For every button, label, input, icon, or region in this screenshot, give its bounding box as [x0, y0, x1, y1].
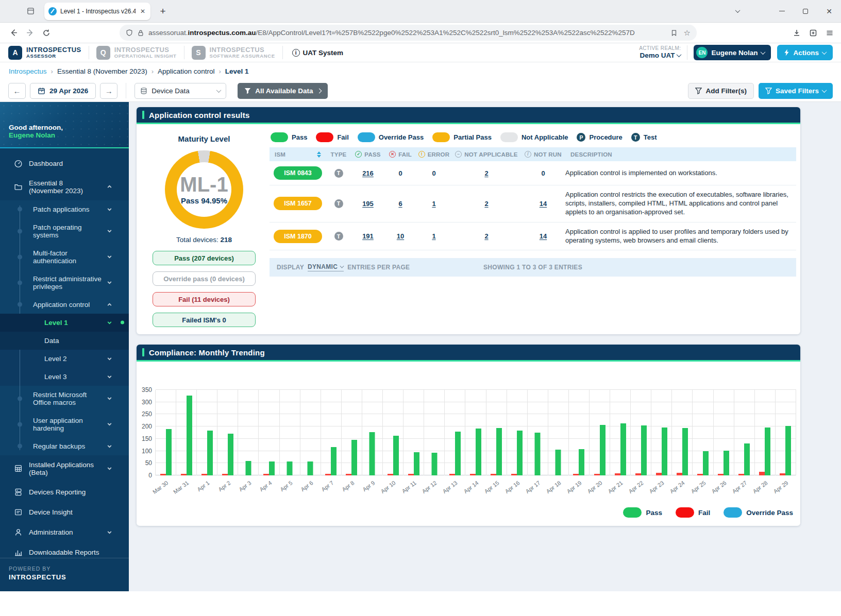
add-filters-button[interactable]: Add Filter(s) — [688, 83, 754, 99]
sidebar-item-device-insight[interactable]: Device Insight — [0, 502, 129, 522]
fail-bar[interactable] — [615, 473, 620, 475]
fail-bar[interactable] — [325, 474, 331, 475]
entries-per-page-select[interactable]: DYNAMIC — [308, 263, 344, 271]
fail-bar[interactable] — [470, 474, 476, 475]
bookmark-star-icon[interactable]: ☆ — [684, 28, 691, 38]
fail-bar[interactable] — [677, 473, 682, 475]
menu-hamburger-icon[interactable] — [826, 29, 834, 37]
pass-bar[interactable] — [287, 461, 293, 475]
window-minimize-button[interactable] — [770, 0, 794, 22]
fail-bar[interactable] — [346, 474, 351, 475]
sidebar-item-multi-factor-authentication[interactable]: Multi-factor authentication — [0, 244, 129, 270]
reload-button[interactable] — [38, 25, 55, 41]
sidebar-item-administration[interactable]: Administration — [0, 522, 129, 542]
sidebar-item-user-application-hardening[interactable]: User application hardening — [0, 412, 129, 437]
count-link[interactable]: 14 — [540, 232, 547, 240]
fail-bar[interactable] — [697, 474, 703, 475]
pass-bar[interactable] — [682, 428, 688, 475]
pass-bar[interactable] — [207, 431, 213, 475]
pass-bar[interactable] — [476, 429, 481, 475]
fail-bar[interactable] — [511, 474, 517, 475]
sidebar-item-regular-backups[interactable]: Regular backups — [0, 437, 129, 455]
breadcrumb-item-introspectus[interactable]: Introspectus — [9, 67, 47, 75]
pass-bar[interactable] — [455, 432, 461, 475]
bookmark-tray-icon[interactable] — [670, 29, 678, 37]
pass-bar[interactable] — [620, 423, 626, 475]
pass-bar[interactable] — [431, 453, 437, 475]
ism-pill[interactable]: ISM 0843 — [274, 166, 322, 180]
sidebar-item-level-3[interactable]: Level 3 — [0, 368, 129, 386]
extensions-icon[interactable] — [809, 29, 817, 37]
pass-bar[interactable] — [414, 452, 419, 475]
fail-bar[interactable] — [181, 474, 187, 475]
pass-bar[interactable] — [641, 425, 647, 475]
fail-bar[interactable] — [408, 474, 414, 475]
tab-overview-icon[interactable] — [23, 4, 38, 19]
sidebar-item-application-control[interactable]: Application control — [0, 296, 129, 314]
pass-bar[interactable] — [351, 440, 357, 475]
pass-bar[interactable] — [228, 434, 233, 475]
sidebar-item-essential-8-november-2023[interactable]: Essential 8 (November 2023) — [0, 174, 129, 200]
window-close-button[interactable]: ✕ — [817, 0, 841, 22]
fail-bar[interactable] — [222, 474, 228, 475]
fail-bar[interactable] — [491, 474, 496, 475]
date-prev-button[interactable]: ← — [8, 83, 26, 99]
back-button[interactable] — [5, 25, 22, 41]
count-link[interactable]: 2 — [484, 232, 488, 240]
pass-bar[interactable] — [393, 436, 399, 475]
sidebar-item-restrict-administrative-privileges[interactable]: Restrict administrative privileges — [0, 270, 129, 296]
tab-list-chevron-icon[interactable] — [726, 9, 749, 13]
pass-bar[interactable] — [662, 427, 667, 475]
forward-button[interactable] — [22, 25, 38, 41]
count-link[interactable]: 1 — [432, 200, 435, 208]
sidebar-item-data[interactable]: Data — [0, 332, 129, 350]
new-tab-button[interactable]: + — [156, 4, 170, 19]
pass-bar[interactable] — [785, 426, 791, 475]
brand-software-assurance[interactable]: SINTROSPECTUSSOFTWARE ASSURANCE — [192, 46, 275, 60]
breadcrumb-item-application-control[interactable]: Application control — [158, 67, 214, 75]
pass-bar[interactable] — [600, 425, 605, 475]
pass-bar[interactable] — [496, 428, 502, 475]
count-link[interactable]: 2 — [484, 200, 488, 208]
fail-bar[interactable] — [594, 474, 600, 475]
pass-bar[interactable] — [556, 450, 561, 475]
sidebar-item-patch-applications[interactable]: Patch applications — [0, 200, 129, 218]
status-button-fail[interactable]: Fail (11 devices) — [153, 292, 256, 306]
pass-bar[interactable] — [744, 443, 750, 475]
sidebar-item-restrict-microsoft-office-macros[interactable]: Restrict Microsoft Office macros — [0, 386, 129, 412]
count-link[interactable]: 1 — [432, 232, 435, 240]
count-link[interactable]: 216 — [362, 169, 374, 177]
pass-bar[interactable] — [308, 461, 313, 476]
tab-close-icon[interactable]: ✕ — [139, 8, 146, 15]
count-link[interactable]: 2 — [484, 169, 488, 177]
browser-tab[interactable]: Level 1 - Introspectus v26.4.21.3 ✕ — [44, 3, 150, 20]
status-button-pass[interactable]: Pass (207 devices) — [153, 251, 256, 265]
saved-filters-button[interactable]: Saved Filters — [759, 83, 833, 99]
pass-bar[interactable] — [269, 461, 275, 475]
fail-bar[interactable] — [780, 473, 785, 475]
fail-bar[interactable] — [201, 474, 207, 475]
date-next-button[interactable]: → — [100, 83, 117, 99]
sidebar-item-level-2[interactable]: Level 2 — [0, 350, 129, 368]
fail-bar[interactable] — [388, 474, 393, 475]
data-source-select[interactable]: Device Data — [134, 83, 226, 99]
fail-bar[interactable] — [759, 472, 765, 475]
pass-bar[interactable] — [517, 431, 523, 475]
fail-bar[interactable] — [263, 474, 269, 475]
tracking-shield-icon[interactable] — [126, 29, 133, 37]
url-bar[interactable]: assessoruat.introspectus.com.au/E8/AppCo… — [120, 25, 697, 41]
pass-bar[interactable] — [765, 427, 770, 475]
count-link[interactable]: 10 — [397, 232, 404, 240]
fail-bar[interactable] — [635, 473, 641, 475]
fail-bar[interactable] — [449, 474, 455, 475]
count-link[interactable]: 14 — [540, 200, 547, 208]
pass-bar[interactable] — [166, 429, 172, 475]
status-button-failed-isms[interactable]: Failed ISM's 0 — [153, 313, 256, 327]
pass-bar[interactable] — [579, 449, 584, 475]
pass-bar[interactable] — [724, 451, 729, 475]
sidebar-item-installed-applications-beta[interactable]: Installed Applications (Beta) — [0, 455, 129, 482]
ism-pill[interactable]: ISM 1657 — [274, 197, 322, 210]
downloads-icon[interactable] — [793, 29, 801, 37]
actions-button[interactable]: Actions — [777, 45, 833, 60]
count-link[interactable]: 195 — [362, 200, 374, 208]
